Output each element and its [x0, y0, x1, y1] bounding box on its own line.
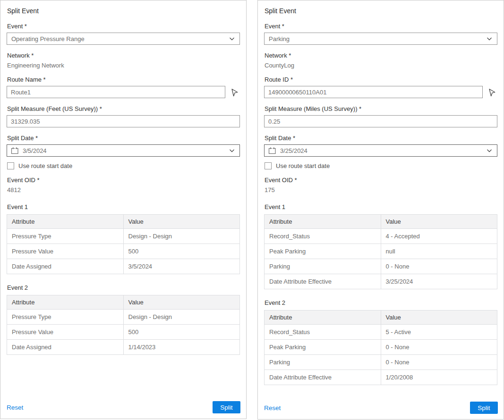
table-row: Pressure Value 500 — [7, 244, 240, 259]
table-row: Pressure Type Design - Design — [7, 229, 240, 244]
split-measure-input[interactable] — [264, 115, 497, 127]
reset-link[interactable]: Reset — [7, 404, 23, 411]
event-oid-label: Event OID * — [7, 176, 240, 184]
split-date-picker[interactable]: 3/25/2024 — [264, 144, 497, 157]
event-2-heading: Event 2 — [7, 284, 240, 291]
value-cell: 0 - None — [381, 355, 497, 370]
table-row: Pressure Value 500 — [7, 325, 240, 340]
attribute-cell: Record_Status — [265, 325, 381, 340]
event-label: Event * — [265, 23, 497, 30]
chevron-down-icon — [487, 36, 492, 42]
event-select-value: Parking — [269, 35, 487, 42]
split-button[interactable]: Split — [470, 402, 498, 414]
attribute-cell: Peak Parking — [265, 340, 381, 355]
table-row: Peak Parking 0 - None — [265, 340, 497, 355]
attribute-cell: Pressure Type — [7, 310, 124, 325]
two-split-event-panels: Split Event Event * Operating Pressure R… — [0, 0, 504, 420]
checkbox-label: Use route start date — [18, 162, 72, 169]
calendar-icon — [268, 147, 276, 155]
route-input[interactable] — [264, 86, 483, 98]
split-event-panel: Split Event Event * Parking Network * Co… — [257, 0, 504, 420]
pointer-icon — [487, 88, 496, 97]
table-row: Date Attribute Effective 3/25/2024 — [265, 274, 497, 289]
table-row: Date Attribute Effective 1/20/2008 — [265, 370, 497, 385]
value-column-header: Value — [381, 215, 497, 229]
table-header-row: Attribute Value — [7, 215, 240, 229]
table-row: Parking 0 - None — [265, 259, 497, 274]
chevron-down-icon — [229, 148, 235, 153]
attribute-cell: Date Assigned — [7, 340, 124, 355]
value-cell: 5 - Active — [381, 325, 497, 340]
use-route-start-date-checkbox[interactable]: Use route start date — [7, 162, 240, 169]
value-column-header: Value — [123, 295, 240, 310]
value-cell: 0 - None — [381, 340, 497, 355]
attribute-cell: Pressure Type — [7, 229, 124, 244]
attribute-column-header: Attribute — [265, 215, 381, 229]
event-label: Event * — [7, 23, 240, 30]
split-date-value: 3/25/2024 — [280, 147, 483, 154]
panel-title: Split Event — [7, 7, 240, 15]
split-date-label: Split Date * — [7, 134, 240, 142]
attribute-cell: Date Attribute Effective — [265, 370, 381, 385]
value-cell: 1/14/2023 — [123, 340, 240, 355]
attribute-cell: Pressure Value — [7, 244, 124, 259]
table-header-row: Attribute Value — [7, 295, 240, 310]
panel-title: Split Event — [265, 7, 497, 15]
event-1-table: Attribute Value Record_Status 4 - Accept… — [264, 214, 497, 289]
split-date-label: Split Date * — [265, 134, 497, 142]
table-header-row: Attribute Value — [265, 311, 497, 325]
route-pick-button[interactable] — [486, 86, 497, 98]
event-oid-value: 4812 — [7, 186, 240, 193]
checkbox-box[interactable] — [265, 162, 272, 169]
table-row: Record_Status 4 - Accepted — [265, 229, 497, 244]
table-row: Date Assigned 3/5/2024 — [7, 259, 240, 274]
event-2-table: Attribute Value Record_Status 5 - Active… — [264, 310, 497, 385]
route-label: Route Name * — [7, 76, 240, 83]
attribute-cell: Date Assigned — [7, 259, 124, 274]
attribute-cell: Parking — [265, 355, 381, 370]
value-cell: 1/20/2008 — [381, 370, 497, 385]
table-row: Date Assigned 1/14/2023 — [7, 340, 240, 355]
event-select[interactable]: Operating Pressure Range — [7, 33, 240, 45]
calendar-icon — [11, 147, 19, 155]
value-cell: 0 - None — [381, 259, 497, 274]
attribute-cell: Peak Parking — [265, 244, 381, 259]
use-route-start-date-checkbox[interactable]: Use route start date — [265, 162, 497, 169]
network-value: Engineering Network — [7, 62, 240, 69]
checkbox-label: Use route start date — [276, 162, 330, 169]
network-label: Network * — [7, 52, 240, 59]
value-cell: Design - Design — [123, 310, 240, 325]
table-header-row: Attribute Value — [265, 215, 497, 229]
event-2-table: Attribute Value Pressure Type Design - D… — [7, 295, 240, 355]
event-select[interactable]: Parking — [264, 33, 497, 45]
attribute-cell: Date Attribute Effective — [265, 274, 381, 289]
value-cell: 3/5/2024 — [123, 259, 240, 274]
value-cell: Design - Design — [123, 229, 240, 244]
network-label: Network * — [265, 52, 497, 59]
checkbox-box[interactable] — [7, 162, 14, 169]
attribute-cell: Pressure Value — [7, 325, 124, 340]
split-date-picker[interactable]: 3/5/2024 — [7, 144, 240, 157]
chevron-down-icon — [229, 36, 235, 42]
event-1-heading: Event 1 — [265, 203, 497, 210]
route-label: Route ID * — [265, 76, 497, 83]
network-value: CountyLog — [265, 62, 497, 69]
event-1-table: Attribute Value Pressure Type Design - D… — [7, 214, 240, 274]
value-cell: 3/25/2024 — [381, 274, 497, 289]
value-cell: 500 — [123, 325, 240, 340]
value-cell: null — [381, 244, 497, 259]
split-button[interactable]: Split — [213, 401, 240, 413]
value-cell: 500 — [123, 244, 240, 259]
route-input[interactable] — [7, 86, 225, 98]
attribute-cell: Record_Status — [265, 229, 381, 244]
split-measure-label: Split Measure (Miles (US Survey)) * — [265, 105, 497, 112]
split-event-panel: Split Event Event * Operating Pressure R… — [0, 0, 247, 419]
chevron-down-icon — [487, 148, 492, 153]
value-column-header: Value — [123, 215, 240, 229]
table-row: Parking 0 - None — [265, 355, 497, 370]
split-measure-input[interactable] — [7, 115, 240, 127]
route-pick-button[interactable] — [229, 86, 240, 98]
reset-link[interactable]: Reset — [264, 404, 281, 412]
attribute-cell: Parking — [265, 259, 381, 274]
event-oid-value: 175 — [265, 186, 497, 193]
